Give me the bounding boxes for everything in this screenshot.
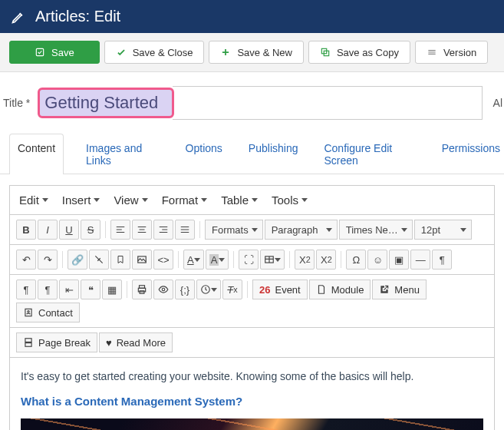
text-color-button[interactable]: A	[183, 250, 204, 270]
chevron-down-icon	[201, 198, 207, 202]
subscript-button[interactable]: X2	[295, 250, 315, 270]
formats-select[interactable]: Formats	[205, 220, 263, 240]
paste-button[interactable]: ▦	[102, 280, 122, 299]
separator	[127, 281, 127, 298]
menu-button[interactable]: Menu	[372, 280, 427, 299]
blockquote-button[interactable]: ❝	[81, 280, 100, 299]
align-left-button[interactable]	[110, 220, 130, 240]
image-button[interactable]	[132, 250, 152, 270]
chevron-down-icon	[211, 288, 217, 292]
italic-button[interactable]: I	[38, 220, 58, 240]
module-button[interactable]: Module	[309, 280, 371, 299]
strikethrough-button[interactable]: S	[81, 220, 100, 240]
title-input[interactable]	[44, 93, 167, 113]
menu-view[interactable]: View	[114, 194, 147, 207]
action-toolbar: Save Save & Close Save & New Save as Cop…	[0, 33, 504, 72]
pagebreak-button[interactable]: Page Break	[16, 332, 97, 352]
intro-paragraph: It's easy to get started creating your w…	[21, 370, 483, 382]
clear-format-button[interactable]: Tx	[222, 280, 242, 299]
editor-content[interactable]: It's easy to get started creating your w…	[10, 358, 494, 430]
source-button[interactable]: <>	[153, 250, 173, 270]
align-justify-icon	[180, 224, 190, 235]
chevron-down-icon	[219, 258, 225, 262]
align-center-icon	[137, 224, 147, 235]
editor-wrap: Edit Insert View Format Table Tools B I …	[0, 174, 504, 430]
save-new-label: Save & New	[237, 47, 292, 58]
media-button[interactable]: ▣	[389, 250, 409, 270]
size-select[interactable]: 12pt	[414, 220, 472, 240]
bg-color-button[interactable]: A	[206, 250, 229, 270]
tab-content[interactable]: Content	[9, 134, 64, 174]
tab-options[interactable]: Options	[182, 134, 226, 174]
contact-button[interactable]: Contact	[16, 303, 80, 322]
editor-toolbar-row1: B I U S Formats Paragraph Times Ne… 12pt	[10, 215, 494, 245]
image-icon	[137, 254, 147, 265]
save-label: Save	[51, 47, 74, 58]
separator	[199, 221, 200, 238]
fullscreen-button[interactable]: ⛶	[239, 250, 259, 270]
link-button[interactable]: 🔗	[68, 250, 87, 270]
redo-button[interactable]: ↷	[38, 250, 58, 270]
alias-label: Al	[483, 97, 502, 109]
separator	[105, 221, 106, 238]
readmore-button[interactable]: ♥Read More	[99, 332, 173, 352]
special-char-button[interactable]: Ω	[346, 250, 366, 270]
undo-button[interactable]: ↶	[16, 250, 36, 270]
bookmark-button[interactable]	[110, 250, 130, 270]
menu-table[interactable]: Table	[221, 194, 258, 207]
tab-publishing[interactable]: Publishing	[245, 134, 302, 174]
tabs: Content Images and Links Options Publish…	[0, 134, 504, 174]
tab-permissions[interactable]: Permissions	[438, 134, 504, 174]
superscript-button[interactable]: X2	[316, 250, 336, 270]
save-close-button[interactable]: Save & Close	[104, 41, 205, 64]
menu-insert[interactable]: Insert	[62, 194, 100, 207]
show-invisibles-button[interactable]: ¶	[432, 250, 452, 270]
separator	[62, 251, 63, 268]
versions-label: Version	[443, 47, 476, 58]
title-field-border[interactable]	[173, 86, 482, 120]
svg-point-8	[162, 288, 165, 291]
align-justify-button[interactable]	[175, 220, 195, 240]
table-button[interactable]	[260, 250, 285, 270]
copy-icon	[320, 47, 331, 58]
separator	[341, 251, 341, 268]
bold-button[interactable]: B	[16, 220, 36, 240]
menu-tools[interactable]: Tools	[272, 194, 308, 207]
save-copy-button[interactable]: Save as Copy	[308, 41, 410, 64]
check-icon	[116, 47, 127, 58]
emoji-button[interactable]: ☺	[367, 250, 387, 270]
page-header: Articles: Edit	[0, 0, 504, 33]
print-button[interactable]	[132, 280, 152, 299]
block-select[interactable]: Paragraph	[265, 220, 338, 240]
apply-icon	[35, 47, 45, 58]
preview-button[interactable]	[153, 280, 173, 299]
outdent-button[interactable]: ⇤	[59, 280, 79, 299]
save-new-button[interactable]: Save & New	[209, 41, 304, 64]
editor-menubar: Edit Insert View Format Table Tools	[10, 186, 494, 215]
hr-button[interactable]: —	[410, 250, 430, 270]
unlink-button[interactable]	[89, 250, 109, 270]
menu-format[interactable]: Format	[162, 194, 208, 207]
underline-button[interactable]: U	[59, 220, 79, 240]
unlink-icon	[94, 254, 104, 265]
event-button[interactable]: 26Event	[252, 280, 308, 299]
versions-button[interactable]: Version	[415, 41, 488, 64]
save-button[interactable]: Save	[9, 41, 100, 64]
datetime-button[interactable]	[196, 280, 221, 299]
stack-icon	[427, 47, 437, 58]
font-select[interactable]: Times Ne…	[339, 220, 413, 240]
tab-images-links[interactable]: Images and Links	[82, 134, 163, 174]
align-right-button[interactable]	[153, 220, 173, 240]
template-button[interactable]: {;}	[175, 280, 195, 299]
ltr-button[interactable]: ¶	[16, 280, 36, 299]
title-field-label: Title *	[0, 97, 38, 109]
print-icon	[137, 284, 147, 295]
content-heading: What is a Content Management System?	[21, 395, 483, 408]
editor-toolbar-row3: ¶ ¶ ⇤ ❝ ▦ {;} Tx 26Event Module Menu Con…	[10, 275, 494, 328]
align-center-button[interactable]	[132, 220, 152, 240]
rtl-button[interactable]: ¶	[38, 280, 58, 299]
separator	[247, 281, 248, 298]
editor-toolbar-row2: ↶ ↷ 🔗 <> A A ⛶ X2 X2 Ω ☺ ▣ — ¶	[10, 245, 494, 275]
tab-configure-edit-screen[interactable]: Configure Edit Screen	[320, 134, 419, 174]
menu-edit[interactable]: Edit	[19, 194, 48, 207]
